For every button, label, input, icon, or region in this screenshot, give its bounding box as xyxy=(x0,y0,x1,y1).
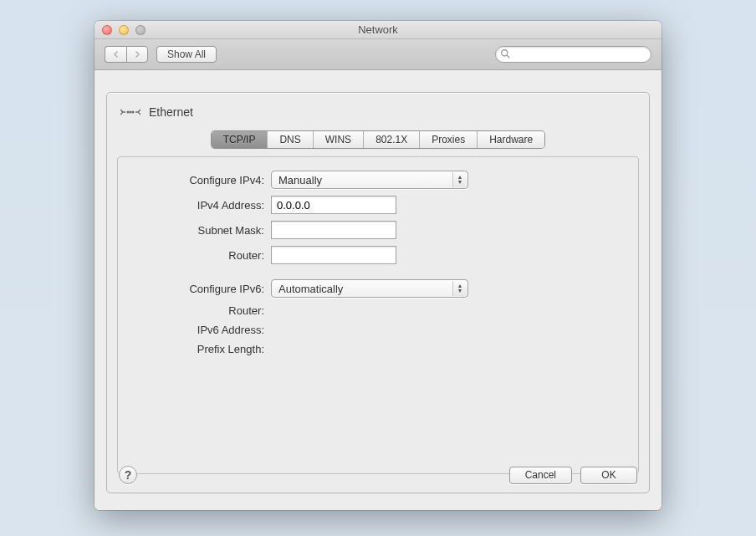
tab-hardware[interactable]: Hardware xyxy=(478,131,544,148)
window-controls xyxy=(94,25,146,35)
svg-point-2 xyxy=(127,111,130,114)
ok-button[interactable]: OK xyxy=(580,467,637,484)
search-wrap xyxy=(495,46,651,63)
back-icon xyxy=(113,51,120,58)
updown-icon: ▲▼ xyxy=(452,281,467,296)
subnet-mask-input[interactable] xyxy=(271,221,396,239)
close-window-button[interactable] xyxy=(102,25,112,35)
ipv4-router-input[interactable] xyxy=(271,246,396,264)
configure-ipv4-label: Configure IPv4: xyxy=(133,174,271,186)
configure-ipv6-label: Configure IPv6: xyxy=(133,283,271,295)
prefix-length-label: Prefix Length: xyxy=(133,343,271,355)
tab-row: TCP/IP DNS WINS 802.1X Proxies Hardware xyxy=(107,125,649,148)
tab-wins[interactable]: WINS xyxy=(314,131,364,148)
ipv4-address-label: IPv4 Address: xyxy=(133,199,271,212)
preferences-window: Network Show All xyxy=(94,21,662,510)
tab-8021x[interactable]: 802.1X xyxy=(364,131,420,148)
titlebar: Network xyxy=(94,21,662,39)
show-all-button[interactable]: Show All xyxy=(156,46,217,63)
sheet-header: Ethernet xyxy=(107,93,649,125)
search-input[interactable] xyxy=(495,46,651,63)
forward-icon xyxy=(134,51,140,58)
configure-ipv6-value: Automatically xyxy=(278,283,343,295)
ipv6-address-label: IPv6 Address: xyxy=(133,324,271,336)
back-button[interactable] xyxy=(105,46,126,63)
sheet-footer: ? Cancel OK xyxy=(119,466,637,484)
zoom-window-button[interactable] xyxy=(135,25,146,35)
tab-segmented-control: TCP/IP DNS WINS 802.1X Proxies Hardware xyxy=(212,131,544,148)
toolbar: Show All xyxy=(94,39,662,70)
configure-ipv4-select[interactable]: Manually ▲▼ xyxy=(271,171,468,189)
minimize-window-button[interactable] xyxy=(119,25,129,35)
nav-buttons xyxy=(105,46,148,63)
svg-point-0 xyxy=(502,50,508,56)
tab-tcpip[interactable]: TCP/IP xyxy=(212,131,268,148)
advanced-sheet: Ethernet TCP/IP DNS WINS 802.1X Proxies … xyxy=(106,92,650,493)
tab-dns[interactable]: DNS xyxy=(268,131,313,148)
ipv6-router-label: Router: xyxy=(133,304,271,317)
configure-ipv4-value: Manually xyxy=(278,174,322,186)
ipv4-address-input[interactable] xyxy=(271,196,396,214)
content-area: Ethernet TCP/IP DNS WINS 802.1X Proxies … xyxy=(94,70,662,510)
svg-point-3 xyxy=(130,111,132,114)
tab-proxies[interactable]: Proxies xyxy=(420,131,478,148)
cancel-button[interactable]: Cancel xyxy=(509,467,572,484)
tcpip-panel: Configure IPv4: Manually ▲▼ IPv4 Address… xyxy=(117,156,639,474)
subnet-mask-label: Subnet Mask: xyxy=(133,224,271,237)
svg-point-4 xyxy=(132,111,135,114)
window-title: Network xyxy=(94,23,662,36)
ethernet-icon xyxy=(120,103,140,121)
help-button[interactable]: ? xyxy=(119,466,137,484)
updown-icon: ▲▼ xyxy=(452,172,467,187)
search-icon xyxy=(500,48,511,59)
ipv4-router-label: Router: xyxy=(133,249,271,262)
configure-ipv6-select[interactable]: Automatically ▲▼ xyxy=(271,279,468,298)
forward-button[interactable] xyxy=(126,46,148,63)
svg-line-1 xyxy=(507,55,509,58)
panel-title: Ethernet xyxy=(149,105,193,119)
